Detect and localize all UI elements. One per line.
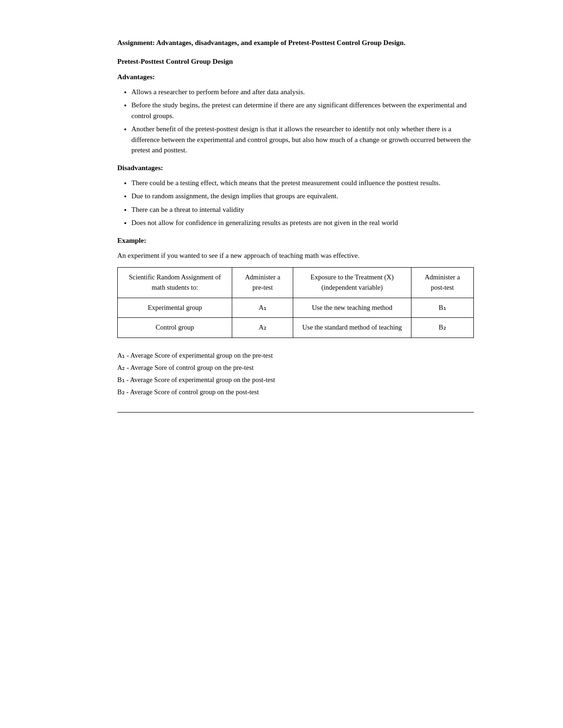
assignment-title: Assignment: Advantages, disadvantages, a… [117,38,474,48]
footnotes: A₁ - Average Score of experimental group… [117,349,474,398]
advantages-heading: Advantages: [117,73,474,81]
list-item: There can be a threat to internal validi… [131,204,474,215]
list-item: Allows a researcher to perform before an… [131,87,474,98]
example-heading: Example: [117,237,474,245]
table-row: Control group A₂ Use the standard method… [118,318,474,338]
group-cell: Control group [118,318,232,338]
disadvantages-list: There could be a testing effect, which m… [131,178,474,228]
footnote-line: A₁ - Average Score of experimental group… [117,349,474,361]
example-intro: An experiment if you wanted to see if a … [117,250,474,261]
table-header-row: Scientific Random Assignment of math stu… [118,268,474,298]
posttest-cell: B₁ [411,298,473,318]
experiment-table: Scientific Random Assignment of math stu… [117,267,474,338]
table-header-cell: Administer a post-test [411,268,473,298]
treatment-cell: Use the new teaching method [293,298,411,318]
table-header-cell: Scientific Random Assignment of math stu… [118,268,232,298]
table-header-cell: Administer a pre-test [232,268,293,298]
table-header-cell: Exposure to the Treatment (X) (independe… [293,268,411,298]
pretest-cell: A₂ [232,318,293,338]
footnote-line: B₁ - Average Score of experimental group… [117,374,474,386]
list-item: Another benefit of the pretest-posttest … [131,124,474,156]
footnote-line: A₂ - Average Sore of control group on th… [117,361,474,374]
list-item: Before the study begins, the pretest can… [131,100,474,121]
page-divider [117,412,474,413]
advantages-list: Allows a researcher to perform before an… [131,87,474,156]
group-cell: Experimental group [118,298,232,318]
section-title: Pretest-Posttest Control Group Design [117,58,474,66]
table-row: Experimental group A₁ Use the new teachi… [118,298,474,318]
list-item: There could be a testing effect, which m… [131,178,474,188]
treatment-cell: Use the standard method of teaching [293,318,411,338]
disadvantages-heading: Disadvantages: [117,164,474,172]
pretest-cell: A₁ [232,298,293,318]
list-item: Due to random assignment, the design imp… [131,191,474,202]
list-item: Does not allow for confidence in general… [131,218,474,228]
footnote-line: B₂ - Average Score of control group on t… [117,386,474,398]
posttest-cell: B₂ [411,318,473,338]
